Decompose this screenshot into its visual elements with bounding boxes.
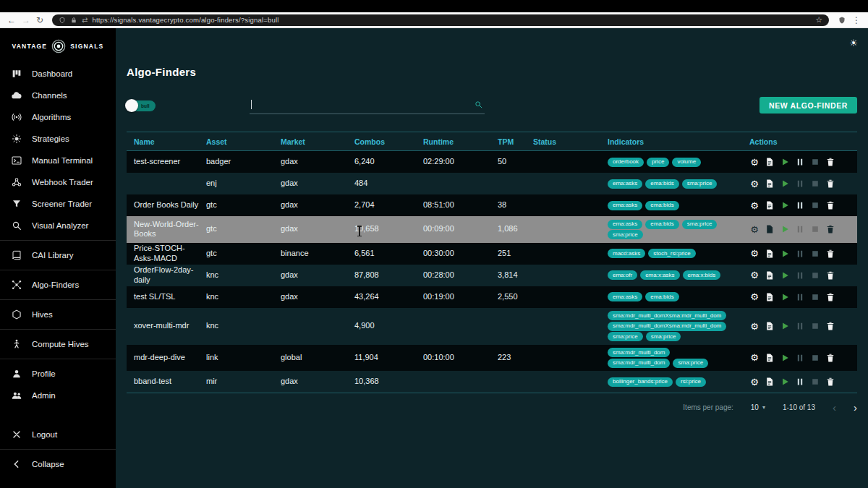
delete-button[interactable] [825, 200, 835, 210]
stop-button[interactable] [810, 353, 820, 363]
delete-button[interactable] [825, 249, 835, 259]
settings-button[interactable]: ⚙ [749, 321, 760, 331]
table-row[interactable]: test-screenerbadgergdax6,24002:29:0050or… [127, 151, 857, 173]
pause-button[interactable] [795, 377, 805, 387]
delete-button[interactable] [825, 179, 835, 189]
sidebar-item-visual-analyzer[interactable]: Visual Analyzer [0, 215, 116, 236]
stop-button[interactable] [810, 200, 820, 210]
delete-button[interactable] [825, 270, 835, 281]
table-row[interactable]: enjgdax484ema:asksema:bidssma:price⚙ [127, 173, 857, 194]
settings-button[interactable]: ⚙ [749, 249, 760, 259]
sidebar-item-screener-trader[interactable]: Screener Trader [0, 193, 116, 215]
table-row[interactable]: xover-multi-mdrknc4,900sma:mdr_multi_dom… [127, 308, 857, 345]
settings-button[interactable]: ⚙ [749, 270, 760, 281]
pause-button[interactable] [795, 321, 805, 331]
sidebar-item-channels[interactable]: Channels [0, 85, 116, 106]
column-header-indicators[interactable]: Indicators [608, 137, 749, 146]
column-header-runtime[interactable]: Runtime [423, 137, 498, 146]
run-button[interactable] [780, 377, 790, 387]
column-header-combos[interactable]: Combos [354, 137, 423, 146]
column-header-market[interactable]: Market [281, 137, 354, 146]
settings-button[interactable]: ⚙ [749, 179, 760, 189]
delete-button[interactable] [825, 157, 835, 167]
forward-button[interactable]: → [22, 16, 30, 25]
delete-button[interactable] [825, 224, 835, 234]
run-button[interactable] [780, 179, 790, 189]
pause-button[interactable] [795, 270, 805, 281]
stop-button[interactable] [810, 292, 820, 302]
run-button[interactable] [780, 353, 790, 363]
stop-button[interactable] [810, 224, 820, 234]
report-button[interactable] [765, 353, 775, 363]
column-header-tpm[interactable]: TPM [498, 137, 533, 146]
prev-page-button[interactable]: ‹ [833, 402, 836, 413]
table-row[interactable]: bband-testmirgdax10,368bollinger_bands:p… [127, 371, 857, 393]
sidebar-item-algorithms[interactable]: Algorithms [0, 106, 116, 128]
table-row[interactable]: mdr-deep-divelinkglobal11,90400:10:00223… [127, 345, 857, 372]
report-button[interactable] [765, 157, 775, 167]
settings-button[interactable]: ⚙ [749, 292, 760, 302]
report-button[interactable] [765, 224, 775, 234]
table-row[interactable]: Price-STOCH-Asks-MACDgtcbinance6,56100:3… [127, 243, 857, 265]
run-button[interactable] [780, 157, 790, 167]
stop-button[interactable] [810, 321, 820, 331]
delete-button[interactable] [825, 377, 835, 387]
settings-button[interactable]: ⚙ [749, 353, 760, 363]
column-header-status[interactable]: Status [533, 137, 608, 146]
browser-menu-icon[interactable]: ⋮ [852, 16, 861, 25]
pause-button[interactable] [795, 179, 805, 189]
refresh-button[interactable]: ↻ [36, 16, 43, 25]
column-header-actions[interactable]: Actions [749, 137, 857, 146]
report-button[interactable] [765, 179, 775, 189]
run-button[interactable] [780, 224, 790, 234]
pause-button[interactable] [795, 292, 805, 302]
report-button[interactable] [765, 200, 775, 210]
sidebar-item-collapse[interactable]: Collapse [0, 453, 116, 475]
stop-button[interactable] [810, 249, 820, 259]
report-button[interactable] [765, 270, 775, 281]
report-button[interactable] [765, 321, 775, 331]
delete-button[interactable] [825, 292, 835, 302]
run-button[interactable] [780, 200, 790, 210]
table-row[interactable]: test SL/TSLkncgdax43,26400:19:002,550ema… [127, 286, 857, 308]
delete-button[interactable] [825, 353, 835, 363]
sidebar-item-manual-terminal[interactable]: Manual Terminal [0, 150, 116, 171]
run-button[interactable] [780, 249, 790, 259]
next-page-button[interactable]: › [854, 402, 857, 413]
run-button[interactable] [780, 321, 790, 331]
sidebar-item-logout[interactable]: Logout [0, 424, 116, 445]
settings-button[interactable]: ⚙ [749, 200, 760, 210]
table-row[interactable]: OrderFlow-2day-dailykncgdax87,80800:28:0… [127, 265, 857, 286]
sidebar-item-hives[interactable]: Hives [0, 304, 116, 325]
pause-button[interactable] [795, 200, 805, 210]
delete-button[interactable] [825, 321, 835, 331]
column-header-asset[interactable]: Asset [206, 137, 281, 146]
address-bar[interactable]: ⇄ https://signals.vantagecrypto.com/algo… [52, 14, 829, 26]
run-button[interactable] [780, 270, 790, 281]
stop-button[interactable] [810, 377, 820, 387]
sidebar-item-cai-library[interactable]: CAI Library [0, 244, 116, 266]
theme-toggle-button[interactable]: ☀ [849, 38, 858, 48]
settings-button[interactable]: ⚙ [749, 224, 760, 234]
pause-button[interactable] [795, 224, 805, 234]
pause-button[interactable] [795, 249, 805, 259]
stop-button[interactable] [810, 179, 820, 189]
table-row[interactable]: New-World-Order-Booksgtcgdax10,65800:09:… [127, 216, 857, 243]
signal-toggle[interactable]: bull [127, 100, 156, 111]
sidebar-item-algo-finders[interactable]: Algo-Finders [0, 274, 116, 296]
column-header-name[interactable]: Name [127, 137, 206, 146]
new-algo-finder-button[interactable]: NEW ALGO-FINDER [760, 97, 857, 114]
search-field[interactable] [250, 95, 485, 114]
stop-button[interactable] [810, 270, 820, 281]
run-button[interactable] [780, 292, 790, 302]
settings-button[interactable]: ⚙ [749, 157, 760, 167]
pause-button[interactable] [795, 353, 805, 363]
table-row[interactable]: Order Books Dailygtcgdax2,70408:51:0038e… [127, 194, 857, 216]
sidebar-item-webhook-trader[interactable]: Webhook Trader [0, 171, 116, 193]
sidebar-item-compute-hives[interactable]: Compute Hives [0, 333, 116, 355]
report-button[interactable] [765, 292, 775, 302]
shield-extension-icon[interactable] [838, 16, 846, 25]
stop-button[interactable] [810, 157, 820, 167]
sidebar-item-admin[interactable]: Admin [0, 385, 116, 406]
report-button[interactable] [765, 377, 775, 387]
